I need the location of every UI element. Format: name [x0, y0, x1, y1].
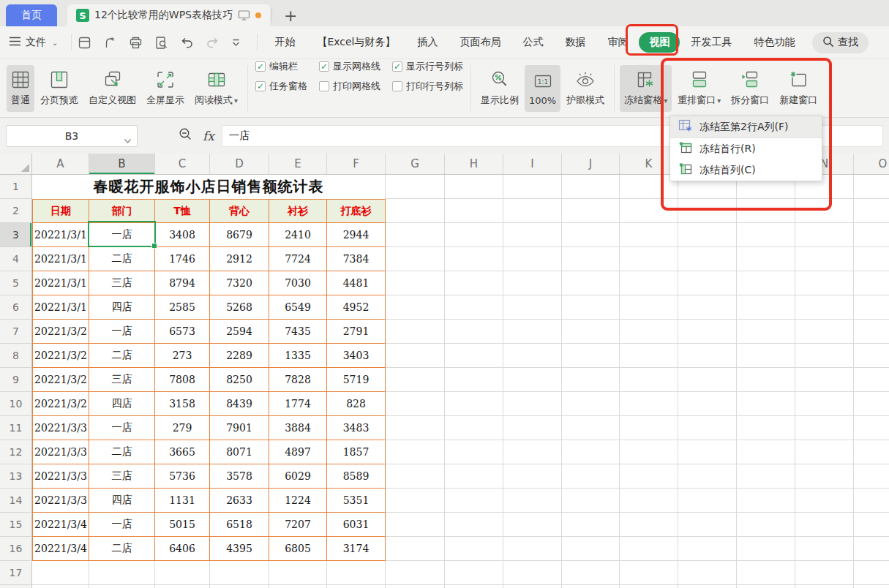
cell-B16[interactable]: 二店: [89, 537, 155, 561]
cell-L16[interactable]: [678, 537, 737, 561]
cell-I9[interactable]: [503, 368, 562, 392]
cell-M10[interactable]: [737, 392, 795, 416]
cell-L5[interactable]: [678, 271, 737, 295]
cell-D9[interactable]: 8250: [210, 368, 269, 392]
row-header-3[interactable]: 3: [0, 223, 32, 247]
cell-H15[interactable]: [445, 513, 503, 537]
eye-protection-button[interactable]: 护眼模式: [562, 65, 609, 112]
cell-C6[interactable]: 2585: [155, 295, 210, 320]
row-header-5[interactable]: 5: [0, 271, 32, 295]
zoom-out-icon[interactable]: [179, 127, 192, 144]
cell-O6[interactable]: [854, 295, 889, 320]
cell-O13[interactable]: [854, 464, 889, 489]
menu-item-start[interactable]: 开始: [263, 32, 306, 53]
cell-J4[interactable]: [562, 247, 620, 271]
menu-item-insert[interactable]: 插入: [406, 32, 449, 53]
cell-M7[interactable]: [737, 320, 795, 344]
cell-B9[interactable]: 三店: [89, 368, 155, 392]
redo-icon[interactable]: [206, 37, 220, 49]
print-icon[interactable]: [129, 36, 143, 50]
menu-item-dev-tools[interactable]: 开发工具: [680, 32, 743, 53]
cell-I18[interactable]: [503, 585, 562, 588]
cell-H11[interactable]: [445, 416, 503, 440]
arrange-windows-button[interactable]: 重排窗口▾: [673, 65, 725, 112]
select-all-corner[interactable]: [0, 154, 32, 174]
cell-O12[interactable]: [854, 440, 889, 464]
cell-H7[interactable]: [445, 320, 503, 344]
cell-F8[interactable]: 3403: [327, 344, 386, 368]
cell-O16[interactable]: [854, 537, 889, 561]
home-tab[interactable]: 首页: [6, 4, 57, 26]
cell-E16[interactable]: 6805: [269, 537, 327, 561]
cell-H17[interactable]: [445, 561, 503, 585]
cell-J16[interactable]: [562, 537, 620, 561]
cell-L2[interactable]: [678, 199, 737, 223]
cell-K13[interactable]: [620, 464, 678, 489]
search-button[interactable]: 查找: [812, 32, 869, 53]
cell-C13[interactable]: 5736: [155, 464, 210, 489]
row-header-16[interactable]: 16: [0, 537, 32, 561]
cell-A15[interactable]: 20221/3/4: [32, 513, 89, 537]
cell-D16[interactable]: 4395: [210, 537, 269, 561]
cell-L4[interactable]: [678, 247, 737, 271]
cell-G1[interactable]: [386, 175, 445, 199]
cell-A17[interactable]: [32, 561, 89, 585]
cell-E3[interactable]: 2410: [269, 223, 327, 247]
cell-C17[interactable]: [155, 561, 210, 585]
zoom-ratio-button[interactable]: 显示比例: [476, 65, 523, 112]
cell-O7[interactable]: [854, 320, 889, 344]
row-header-18[interactable]: 18: [0, 585, 32, 588]
column-header-G[interactable]: G: [386, 154, 445, 174]
cell-N18[interactable]: [795, 585, 854, 588]
row-header-14[interactable]: 14: [0, 489, 32, 513]
cell-B18[interactable]: [89, 585, 155, 588]
document-tab[interactable]: S 12个比较常用的WPS表格技巧: [67, 4, 270, 26]
cell-G14[interactable]: [386, 489, 445, 513]
cell-O1[interactable]: [854, 175, 889, 199]
show-headings-checkbox[interactable]: ✓ 显示行号列标: [392, 59, 463, 74]
view-normal-button[interactable]: 普通: [7, 65, 34, 112]
cell-A7[interactable]: 20221/3/2: [32, 320, 89, 344]
cell-E6[interactable]: 6549: [269, 295, 327, 320]
cell-I14[interactable]: [503, 489, 562, 513]
name-box-caret-icon[interactable]: [124, 134, 131, 146]
cell-I5[interactable]: [503, 271, 562, 295]
row-header-4[interactable]: 4: [0, 247, 32, 271]
cell-I10[interactable]: [503, 392, 562, 416]
row-header-9[interactable]: 9: [0, 368, 32, 392]
cell-N9[interactable]: [795, 368, 854, 392]
row-header-1[interactable]: 1: [0, 175, 32, 199]
cell-D6[interactable]: 5268: [210, 295, 269, 320]
cell-C4[interactable]: 1746: [155, 247, 210, 271]
cell-H2[interactable]: [445, 199, 503, 223]
cell-G18[interactable]: [386, 585, 445, 588]
print-headings-checkbox[interactable]: 打印行号列标: [392, 79, 463, 94]
menu-item-data[interactable]: 数据: [554, 32, 596, 53]
cell-G11[interactable]: [386, 416, 445, 440]
cell-K8[interactable]: [620, 344, 678, 368]
cell-M8[interactable]: [737, 344, 795, 368]
cell-B2[interactable]: 部门: [89, 199, 155, 223]
cell-H3[interactable]: [445, 223, 503, 247]
cell-C10[interactable]: 3158: [155, 392, 210, 416]
cell-I1[interactable]: [503, 175, 562, 199]
menu-item-formulas[interactable]: 公式: [511, 32, 554, 53]
cell-A9[interactable]: 20221/3/2: [32, 368, 89, 392]
cell-I17[interactable]: [503, 561, 562, 585]
cell-L13[interactable]: [678, 464, 737, 489]
merged-title-cell[interactable]: 春暖花开服饰小店日销售额统计表: [32, 175, 386, 199]
cell-H4[interactable]: [445, 247, 503, 271]
cell-E7[interactable]: 7435: [269, 320, 327, 344]
cell-M17[interactable]: [737, 561, 795, 585]
cell-N3[interactable]: [795, 223, 854, 247]
cell-M2[interactable]: [737, 199, 795, 223]
menu-item-freeze-to-cell[interactable]: 冻结至第2行A列(F): [670, 116, 822, 138]
cell-A5[interactable]: 20221/3/1: [32, 271, 89, 295]
cell-M11[interactable]: [737, 416, 795, 440]
cell-K6[interactable]: [620, 295, 678, 320]
cell-N14[interactable]: [795, 489, 854, 513]
cell-J5[interactable]: [562, 271, 620, 295]
cell-M15[interactable]: [737, 513, 795, 537]
cell-D4[interactable]: 2912: [210, 247, 269, 271]
cell-K18[interactable]: [620, 585, 678, 588]
